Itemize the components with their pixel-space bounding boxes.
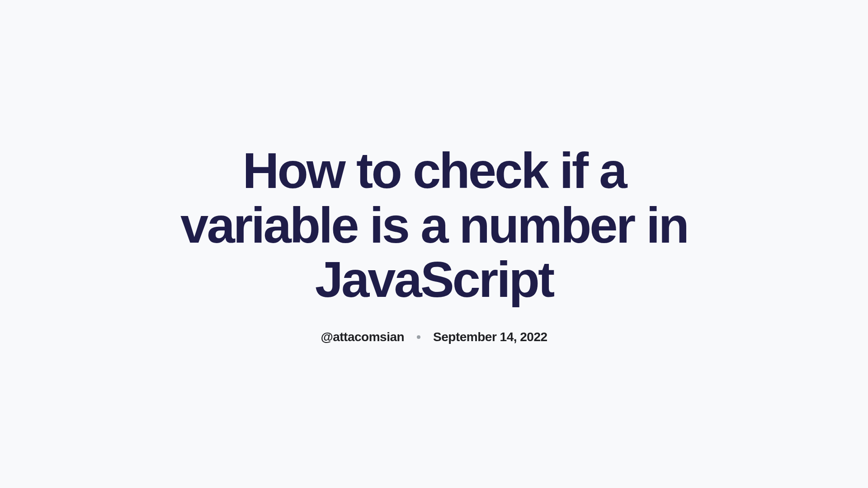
article-meta: @attacomsian September 14, 2022: [158, 330, 710, 344]
article-title: How to check if a variable is a number i…: [158, 144, 710, 308]
author-handle[interactable]: @attacomsian: [321, 330, 404, 344]
dot-separator-icon: [417, 335, 420, 339]
article-header: How to check if a variable is a number i…: [140, 144, 728, 345]
publish-date: September 14, 2022: [433, 330, 547, 344]
